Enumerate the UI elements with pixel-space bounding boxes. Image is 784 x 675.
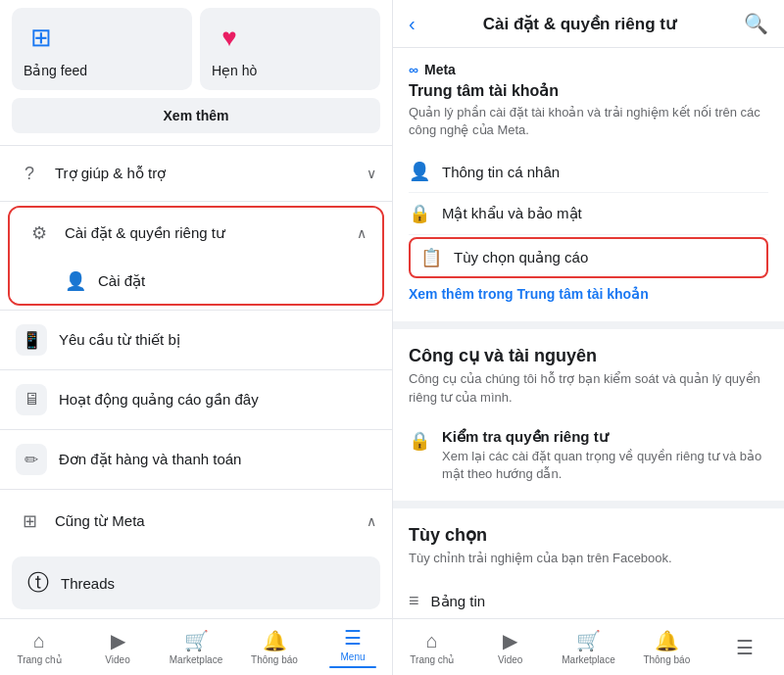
- cong-cu-block: Công cụ và tài nguyên Công cụ của chúng …: [393, 329, 784, 508]
- right-header: ‹ Cài đặt & quyền riêng tư 🔍: [393, 0, 784, 48]
- video-icon: ▶: [111, 629, 125, 652]
- nav-menu[interactable]: ☰ Menu: [314, 622, 392, 672]
- yeu-cau-row[interactable]: 📱 Yêu cầu từ thiết bị: [0, 311, 392, 369]
- bang-feed-item[interactable]: ⊞ Bảng feed: [12, 8, 192, 90]
- r-trang-chu-icon: ⌂: [426, 630, 438, 652]
- menu-icon: ☰: [344, 626, 362, 650]
- meta-option-quang-cao[interactable]: 📋 Tùy chọn quảng cáo: [409, 237, 768, 278]
- r-trang-chu-label: Trang chủ: [410, 654, 454, 665]
- quang-cao-label: Tùy chọn quảng cáo: [454, 249, 588, 266]
- nav-trang-chu[interactable]: ⌂ Trang chủ: [0, 626, 78, 669]
- don-hang-icon: ✏: [16, 444, 47, 475]
- kiem-tra-text: Kiểm tra quyền riêng tư Xem lại các cài …: [442, 428, 768, 483]
- mat-khau-label: Mật khẩu và bảo mật: [442, 205, 582, 222]
- marketplace-icon: 🛒: [184, 629, 209, 652]
- threads-label: Threads: [61, 575, 115, 592]
- cung-tu-meta-label: Cũng từ Meta: [55, 512, 145, 530]
- r-nav-menu[interactable]: ☰: [706, 632, 784, 663]
- nav-thong-bao[interactable]: 🔔 Thông báo: [235, 625, 314, 669]
- bang-tin-row[interactable]: ≡ Bảng tin: [409, 579, 768, 618]
- r-nav-marketplace[interactable]: 🛒 Marketplace: [550, 625, 628, 669]
- tuy-chon-section: Tùy chọn Tùy chỉnh trải nghiệm của bạn t…: [393, 508, 784, 618]
- xem-them-button[interactable]: Xem thêm: [12, 98, 380, 133]
- tuy-chon-desc: Tùy chỉnh trải nghiệm của bạn trên Faceb…: [409, 550, 768, 567]
- thong-bao-label: Thông báo: [251, 654, 298, 665]
- cung-tu-meta-left: ⊞ Cũng từ Meta: [16, 507, 145, 535]
- kiem-tra-icon: 🔒: [409, 430, 430, 452]
- yeu-cau-label: Yêu cầu từ thiết bị: [59, 331, 180, 349]
- meta-brand-label: Meta: [424, 62, 456, 77]
- tro-giup-icon: ?: [16, 160, 43, 187]
- mat-khau-icon: 🔒: [409, 203, 430, 224]
- meta-logo-row: ∞ Meta: [409, 62, 768, 77]
- nav-video[interactable]: ▶ Video: [78, 625, 157, 669]
- top-grid: ⊞ Bảng feed ♥ Hẹn hò: [0, 0, 392, 98]
- meta-option-thong-tin[interactable]: 👤 Thông tin cá nhân: [409, 151, 768, 193]
- divider-2: [0, 201, 392, 202]
- left-bottom-nav: ⌂ Trang chủ ▶ Video 🛒 Marketplace 🔔 Thôn…: [0, 618, 392, 675]
- cung-tu-meta-row[interactable]: ⊞ Cũng từ Meta ∧: [0, 494, 392, 549]
- hoat-dong-row[interactable]: 🖥 Hoạt động quảng cáo gần đây: [0, 370, 392, 429]
- yeu-cau-icon: 📱: [16, 324, 47, 356]
- cai-dat-section-row[interactable]: ⚙ Cài đặt & quyền riêng tư ∧: [10, 208, 382, 259]
- r-nav-trang-chu[interactable]: ⌂ Trang chủ: [393, 626, 471, 669]
- nav-marketplace[interactable]: 🛒 Marketplace: [157, 625, 235, 669]
- meta-section-title: Trung tâm tài khoản: [409, 81, 768, 100]
- tro-giup-row[interactable]: ? Trợ giúp & hỗ trợ ∨: [0, 146, 392, 201]
- meta-logo-icon: ∞: [409, 62, 418, 77]
- marketplace-label: Marketplace: [170, 654, 222, 665]
- cai-dat-chevron: ∧: [357, 225, 367, 241]
- r-thong-bao-icon: 🔔: [655, 629, 679, 652]
- divider-6: [0, 489, 392, 490]
- bang-tin-label: Bảng tin: [431, 593, 486, 610]
- video-label: Video: [105, 654, 129, 665]
- search-button[interactable]: 🔍: [744, 12, 768, 35]
- r-video-icon: ▶: [503, 629, 517, 652]
- right-scroll-area: ∞ Meta Trung tâm tài khoản Quản lý phần …: [393, 48, 784, 618]
- r-menu-icon: ☰: [736, 636, 754, 659]
- thong-tin-icon: 👤: [409, 161, 430, 182]
- hoat-dong-label: Hoạt động quảng cáo gần đây: [59, 391, 259, 409]
- right-bottom-nav: ⌂ Trang chủ ▶ Video 🛒 Marketplace 🔔 Thôn…: [393, 618, 784, 675]
- cong-cu-desc: Công cụ của chúng tôi hỗ trợ bạn kiểm so…: [409, 370, 768, 406]
- kiem-tra-quyen-row[interactable]: 🔒 Kiểm tra quyền riêng tư Xem lại các cà…: [409, 418, 768, 493]
- don-hang-row[interactable]: ✏ Đơn đặt hàng và thanh toán: [0, 430, 392, 489]
- left-panel: ⊞ Bảng feed ♥ Hẹn hò Xem thêm ? Trợ giúp…: [0, 0, 392, 675]
- quang-cao-icon: 📋: [420, 247, 442, 268]
- tro-giup-label: Trợ giúp & hỗ trợ: [55, 165, 166, 182]
- tuy-chon-title: Tùy chọn: [409, 524, 768, 546]
- menu-active-underline: [329, 666, 376, 668]
- dating-icon: ♥: [212, 20, 247, 55]
- meta-section-desc: Quản lý phần cài đặt tài khoản và trải n…: [409, 104, 768, 139]
- trang-chu-icon: ⌂: [33, 630, 45, 652]
- kiem-tra-desc: Xem lại các cài đặt quan trọng về quyền …: [442, 448, 768, 483]
- hen-ho-label: Hẹn hò: [212, 63, 257, 78]
- thong-tin-label: Thông tin cá nhân: [442, 164, 560, 180]
- feed-icon: ⊞: [24, 20, 59, 55]
- cung-tu-meta-section: ⊞ Cũng từ Meta ∧ ⓣ Threads: [0, 494, 392, 609]
- trang-chu-label: Trang chủ: [17, 654, 61, 665]
- meta-option-mat-khau[interactable]: 🔒 Mật khẩu và bảo mật: [409, 193, 768, 235]
- r-video-label: Video: [498, 654, 522, 665]
- left-scroll-area: ⊞ Bảng feed ♥ Hẹn hò Xem thêm ? Trợ giúp…: [0, 0, 392, 618]
- right-title: Cài đặt & quyền riêng tư: [427, 14, 732, 34]
- xem-them-link[interactable]: Xem thêm trong Trung tâm tài khoản: [409, 280, 649, 308]
- cai-dat-sub-item[interactable]: 👤 Cài đặt: [10, 259, 382, 304]
- threads-item[interactable]: ⓣ Threads: [12, 556, 380, 609]
- hen-ho-item[interactable]: ♥ Hẹn hò: [200, 8, 380, 90]
- r-nav-video[interactable]: ▶ Video: [471, 625, 550, 669]
- cong-cu-title: Công cụ và tài nguyên: [409, 345, 768, 366]
- back-button[interactable]: ‹: [409, 13, 416, 35]
- bang-feed-label: Bảng feed: [24, 63, 87, 78]
- hoat-dong-icon: 🖥: [16, 384, 47, 415]
- tro-giup-left: ? Trợ giúp & hỗ trợ: [16, 160, 166, 187]
- cai-dat-sub-label: Cài đặt: [98, 272, 145, 290]
- kiem-tra-label: Kiểm tra quyền riêng tư: [442, 428, 768, 446]
- meta-apps-icon: ⊞: [16, 507, 43, 535]
- tro-giup-chevron: ∨: [367, 166, 376, 181]
- r-nav-thong-bao[interactable]: 🔔 Thông báo: [627, 625, 706, 669]
- cai-dat-icon: ⚙: [25, 219, 53, 247]
- r-marketplace-icon: 🛒: [576, 629, 601, 652]
- meta-block: ∞ Meta Trung tâm tài khoản Quản lý phần …: [393, 48, 784, 329]
- cung-tu-meta-chevron: ∧: [367, 513, 376, 529]
